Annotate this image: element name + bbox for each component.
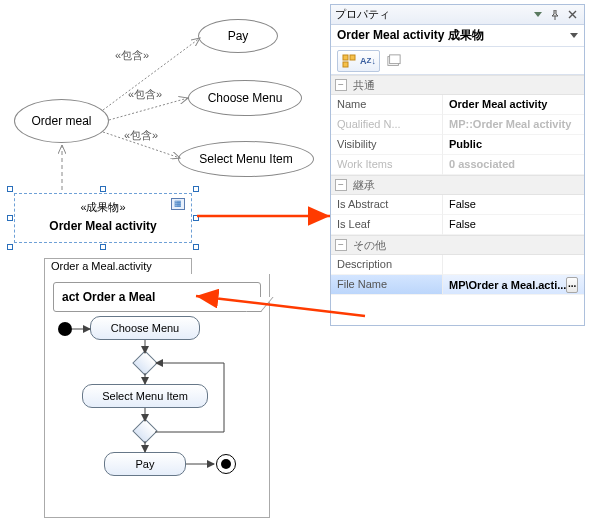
properties-toolbar: AZ↓ <box>331 47 584 75</box>
action-pay[interactable]: Pay <box>104 452 186 476</box>
property-value: False <box>443 215 584 235</box>
properties-panel: プロパティ Order Meal activity 成果物 AZ↓ −共通 Na… <box>330 4 585 326</box>
property-key: Is Abstract <box>331 195 443 215</box>
category-common[interactable]: −共通 <box>331 75 584 95</box>
artifact-name: Order Meal activity <box>15 219 191 233</box>
chevron-down-icon <box>570 33 578 39</box>
collapse-icon[interactable]: − <box>335 79 347 91</box>
artifact-stereotype: «成果物» <box>15 200 191 215</box>
action-select-menu-item[interactable]: Select Menu Item <box>82 384 208 408</box>
final-node[interactable] <box>216 454 236 474</box>
properties-title: プロパティ <box>335 7 529 22</box>
include-stereotype: «包含» <box>124 128 158 143</box>
svg-rect-2 <box>343 62 348 67</box>
property-row-visibility[interactable]: VisibilityPublic <box>331 135 584 155</box>
svg-rect-4 <box>390 54 401 63</box>
property-row-description[interactable]: Description <box>331 255 584 275</box>
property-row-name[interactable]: NameOrder Meal activity <box>331 95 584 115</box>
property-key: Work Items <box>331 155 443 175</box>
selection-handle[interactable] <box>100 186 106 192</box>
properties-grid: −共通 NameOrder Meal activity Qualified N.… <box>331 75 584 295</box>
property-value: Public <box>443 135 584 155</box>
sort-alpha-icon: AZ↓ <box>360 53 376 69</box>
property-row-work-items[interactable]: Work Items0 associated <box>331 155 584 175</box>
collapse-icon[interactable]: − <box>335 239 347 251</box>
usecase-order-meal[interactable]: Order meal <box>14 99 109 143</box>
include-stereotype: «包含» <box>115 48 149 63</box>
activity-frame-label: act Order a Meal <box>62 290 155 304</box>
property-key: Description <box>331 255 443 275</box>
selection-handle[interactable] <box>193 215 199 221</box>
categorized-view-button[interactable]: AZ↓ <box>337 50 380 72</box>
file-name-text: MP\Order a Meal.acti... <box>449 279 566 291</box>
action-choose-menu[interactable]: Choose Menu <box>90 316 200 340</box>
selection-handle[interactable] <box>7 244 13 250</box>
include-stereotype: «包含» <box>128 87 162 102</box>
activity-tab[interactable]: Order a Meal.activity <box>44 258 192 275</box>
selection-handle[interactable] <box>7 186 13 192</box>
property-row-is-leaf[interactable]: Is LeafFalse <box>331 215 584 235</box>
pin-icon[interactable] <box>547 8 563 22</box>
property-value: False <box>443 195 584 215</box>
action-label: Pay <box>136 458 155 470</box>
properties-subject[interactable]: Order Meal activity 成果物 <box>331 25 584 47</box>
usecase-pay[interactable]: Pay <box>198 19 278 53</box>
property-row-file-name[interactable]: File Name MP\Order a Meal.acti... ... <box>331 275 584 295</box>
category-label: 継承 <box>353 178 375 193</box>
action-label: Select Menu Item <box>102 390 188 402</box>
close-icon[interactable] <box>564 8 580 22</box>
dropdown-icon[interactable] <box>530 8 546 22</box>
property-key: File Name <box>331 275 443 295</box>
usecase-label: Select Menu Item <box>199 152 292 166</box>
property-value: 0 associated <box>443 155 584 175</box>
properties-titlebar[interactable]: プロパティ <box>331 5 584 25</box>
selection-handle[interactable] <box>7 215 13 221</box>
property-value: MP::Order Meal activity <box>443 115 584 135</box>
svg-rect-0 <box>343 55 348 60</box>
action-label: Choose Menu <box>111 322 180 334</box>
category-inheritance[interactable]: −継承 <box>331 175 584 195</box>
categorized-icon <box>341 53 357 69</box>
svg-rect-1 <box>350 55 355 60</box>
artifact-order-meal-activity[interactable]: ▦ «成果物» Order Meal activity <box>10 189 196 247</box>
initial-node[interactable] <box>58 322 72 336</box>
selection-handle[interactable] <box>100 244 106 250</box>
usecase-choose-menu[interactable]: Choose Menu <box>188 80 302 116</box>
property-value <box>443 255 584 275</box>
usecase-label: Pay <box>228 29 249 43</box>
property-key: Visibility <box>331 135 443 155</box>
activity-tab-label: Order a Meal.activity <box>51 260 152 272</box>
property-pages-icon[interactable] <box>386 53 402 69</box>
usecase-label: Order meal <box>31 114 91 128</box>
browse-button[interactable]: ... <box>566 277 578 293</box>
activity-frame[interactable]: act Order a Meal <box>53 282 261 312</box>
category-other[interactable]: −その他 <box>331 235 584 255</box>
artifact-icon: ▦ <box>171 198 185 210</box>
selection-handle[interactable] <box>193 186 199 192</box>
property-value: MP\Order a Meal.acti... ... <box>443 275 584 295</box>
property-key: Qualified N... <box>331 115 443 135</box>
property-key: Name <box>331 95 443 115</box>
usecase-label: Choose Menu <box>208 91 283 105</box>
usecase-select-menu-item[interactable]: Select Menu Item <box>178 141 314 177</box>
selection-handle[interactable] <box>193 244 199 250</box>
property-row-is-abstract[interactable]: Is AbstractFalse <box>331 195 584 215</box>
properties-subject-label: Order Meal activity 成果物 <box>337 27 484 44</box>
property-row-qualified-name[interactable]: Qualified N...MP::Order Meal activity <box>331 115 584 135</box>
property-value: Order Meal activity <box>443 95 584 115</box>
category-label: その他 <box>353 238 386 253</box>
category-label: 共通 <box>353 78 375 93</box>
collapse-icon[interactable]: − <box>335 179 347 191</box>
property-key: Is Leaf <box>331 215 443 235</box>
